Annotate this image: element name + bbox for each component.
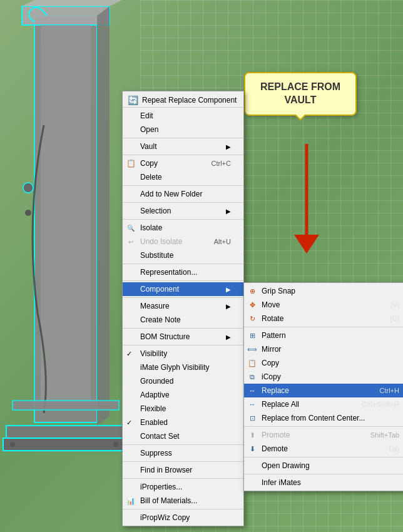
mirror-icon: ⟺	[247, 344, 258, 355]
context-menu-wrapper: 🔄 Repeat Replace Component Edit Open Vau…	[122, 91, 244, 526]
menu-item-flexible[interactable]: Flexible	[123, 402, 243, 416]
menu-item-component[interactable]: Component ▶ ⊕ Grip Snap ✥ Move [V] ↻ Rot…	[123, 282, 243, 296]
sep10	[123, 345, 243, 345]
submenu-mirror[interactable]: ⟺ Mirror	[244, 342, 403, 356]
menu-item-isolate[interactable]: 🔍 Isolate	[123, 221, 243, 235]
demote-icon: ⬇	[247, 443, 258, 454]
menu-item-grounded[interactable]: Grounded	[123, 374, 243, 388]
menu-item-bom-structure[interactable]: BOM Structure ▶	[123, 330, 243, 344]
grip-snap-label: Grip Snap	[262, 287, 295, 295]
sep11	[123, 444, 243, 445]
replace-content-icon: ⊡	[247, 412, 258, 424]
submenu-icopy[interactable]: ⧉ iCopy	[244, 370, 403, 384]
menu-item-find-in-browser[interactable]: Find in Browser	[123, 463, 243, 477]
submenu-grip-snap[interactable]: ⊕ Grip Snap	[244, 284, 403, 298]
find-in-browser-label: Find in Browser	[140, 466, 192, 474]
sub-sep3	[244, 457, 403, 458]
menu-item-delete[interactable]: Delete	[123, 170, 243, 184]
menu-item-iproperties[interactable]: iProperties...	[123, 480, 243, 494]
sep6	[123, 263, 243, 264]
menu-item-measure[interactable]: Measure ▶	[123, 299, 243, 313]
menu-item-representation[interactable]: Representation...	[123, 265, 243, 279]
3d-model-area	[0, 0, 138, 532]
menu-item-add-to-new-folder[interactable]: Add to New Folder	[123, 187, 243, 201]
mirror-label: Mirror	[262, 345, 281, 354]
replace-all-shortcut: Ctrl+Shift+H	[349, 401, 399, 408]
ipropwiz-copy-label: iPropWiz Copy	[140, 513, 190, 522]
submenu-demote[interactable]: ⬇ Demote Tab	[244, 442, 403, 456]
menu-item-undo-isolate[interactable]: ↩ Undo Isolate Alt+U	[123, 235, 243, 248]
menu-item-adaptive[interactable]: Adaptive	[123, 388, 243, 402]
isolate-icon: 🔍	[125, 222, 136, 233]
submenu-replace-from-content-center[interactable]: ⊡ Replace from Content Center...	[244, 411, 403, 425]
bill-of-materials-icon: 📊	[125, 495, 136, 506]
menu-item-selection[interactable]: Selection ▶	[123, 204, 243, 218]
submenu-replace[interactable]: ↔ Replace Ctrl+H	[244, 384, 403, 397]
submenu-replace-all[interactable]: ↔ Replace All Ctrl+Shift+H	[244, 397, 403, 411]
svg-rect-1	[22, 6, 110, 25]
selection-label: Selection	[140, 207, 171, 215]
menu-item-open[interactable]: Open	[123, 123, 243, 136]
svg-point-11	[113, 442, 118, 447]
menu-item-edit[interactable]: Edit	[123, 109, 243, 123]
iproperties-label: iProperties...	[140, 483, 182, 491]
enabled-label: Enabled	[140, 418, 168, 427]
menu-item-copy[interactable]: 📋 Copy Ctrl+C	[123, 156, 243, 170]
sep13	[123, 478, 243, 479]
sub-copy-icon: 📋	[247, 357, 258, 369]
infer-imates-label: Infer iMates	[262, 478, 301, 487]
menu-item-substitute[interactable]: Substitute	[123, 248, 243, 262]
enabled-check: ✓	[126, 419, 132, 427]
bom-structure-label: BOM Structure	[140, 332, 190, 341]
bill-of-materials-label: Bill of Materials...	[140, 496, 197, 505]
delete-label: Delete	[140, 173, 162, 182]
menu-item-ipropwiz-copy[interactable]: iPropWiz Copy	[123, 511, 243, 524]
sub-sep2	[244, 426, 403, 427]
repeat-icon: 🔄	[128, 95, 138, 105]
sep1	[123, 138, 243, 138]
menu-item-enabled[interactable]: ✓ Enabled	[123, 416, 243, 429]
grip-snap-icon: ⊕	[247, 285, 258, 297]
submenu-rotate[interactable]: ↻ Rotate [G]	[244, 312, 403, 325]
measure-label: Measure	[140, 302, 170, 310]
replace-content-label: Replace from Content Center...	[262, 414, 365, 422]
replace-shortcut: Ctrl+H	[367, 387, 399, 394]
sub-sep1	[244, 327, 403, 327]
red-arrow	[288, 144, 338, 269]
copy-shortcut: Ctrl+C	[199, 160, 231, 167]
promote-icon: ⬆	[247, 429, 258, 441]
add-to-new-folder-label: Add to New Folder	[140, 190, 202, 198]
menu-item-contact-set[interactable]: Contact Set	[123, 429, 243, 443]
submenu-pattern[interactable]: ⊞ Pattern	[244, 329, 403, 342]
menu-item-suppress[interactable]: Suppress	[123, 446, 243, 460]
sep2	[123, 155, 243, 155]
menu-item-imate-glyph[interactable]: iMate Glyph Visibility	[123, 361, 243, 374]
menu-item-visibility[interactable]: ✓ Visibility	[123, 347, 243, 361]
sep9	[123, 328, 243, 329]
sep5	[123, 219, 243, 220]
submenu-open-drawing[interactable]: Open Drawing	[244, 459, 403, 473]
submenu-infer-imates[interactable]: Infer iMates	[244, 476, 403, 489]
menu-item-vault[interactable]: Vault ▶	[123, 140, 243, 153]
bom-structure-arrow: ▶	[226, 334, 231, 340]
edit-label: Edit	[140, 111, 153, 120]
create-note-label: Create Note	[140, 315, 181, 324]
menu-item-create-note[interactable]: Create Note	[123, 313, 243, 327]
svg-rect-9	[3, 438, 128, 451]
submenu-copy[interactable]: 📋 Copy	[244, 356, 403, 370]
component-arrow: ▶	[226, 286, 231, 293]
rotate-shortcut: [G]	[377, 315, 399, 322]
contact-set-label: Contact Set	[140, 432, 180, 441]
sep14	[123, 509, 243, 509]
icopy-icon: ⧉	[247, 371, 258, 382]
undo-isolate-label: Undo Isolate	[140, 237, 182, 246]
promote-shortcut: Shift+Tab	[358, 431, 399, 439]
vault-label: Vault	[140, 142, 156, 151]
menu-item-bill-of-materials[interactable]: 📊 Bill of Materials...	[123, 494, 243, 508]
submenu-move[interactable]: ✥ Move [V]	[244, 298, 403, 312]
pattern-label: Pattern	[262, 331, 286, 340]
move-shortcut: [V]	[379, 301, 399, 309]
visibility-check: ✓	[126, 350, 132, 358]
submenu-promote[interactable]: ⬆ Promote Shift+Tab	[244, 428, 403, 442]
repeat-replace-component-item[interactable]: 🔄 Repeat Replace Component	[123, 93, 243, 108]
